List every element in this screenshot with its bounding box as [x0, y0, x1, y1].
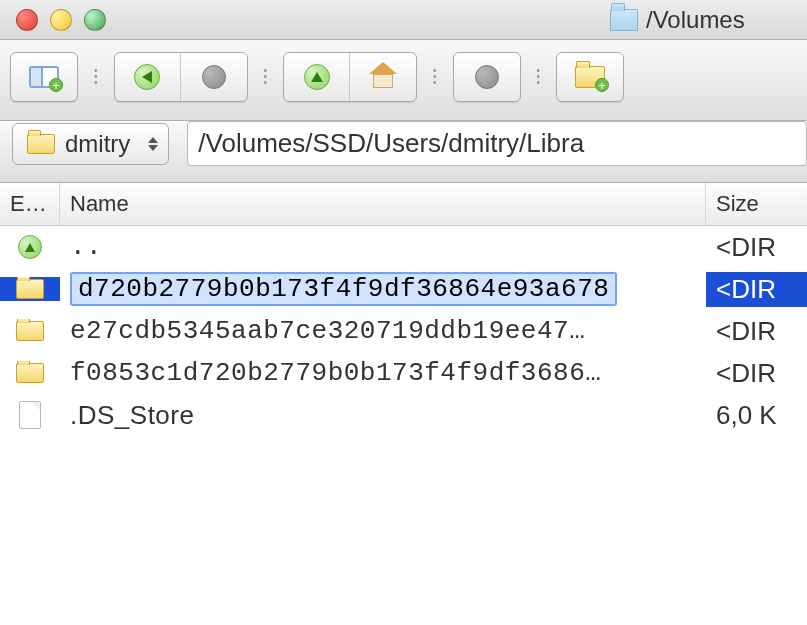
file-size: 6,0 K	[706, 398, 807, 433]
column-header-name[interactable]: Name	[60, 183, 706, 225]
nav-group	[114, 52, 248, 102]
new-panel-button[interactable]: +	[11, 53, 77, 101]
action-group	[453, 52, 521, 102]
column-headers: E… Name Size	[0, 183, 807, 226]
file-size: <DIR	[706, 272, 807, 307]
newfolder-group: +	[556, 52, 624, 102]
close-window-button[interactable]	[16, 9, 38, 31]
column-header-ext[interactable]: E…	[0, 183, 60, 225]
location-dropdown-label: dmitry	[65, 130, 130, 158]
go-up-button[interactable]	[284, 53, 350, 101]
window-title: /Volumes	[610, 0, 745, 39]
file-size: <DIR	[706, 314, 807, 349]
toolbar-separator-icon: •••	[94, 68, 98, 86]
folder-icon	[610, 9, 638, 31]
traffic-lights	[16, 9, 106, 31]
toolbar-separator-icon: •••	[537, 68, 541, 86]
file-name-edit[interactable]: d720b2779b0b173f4f9df36864e93a678	[70, 272, 617, 306]
file-list: E… Name Size .. <DIR d720b2779b0b173f4f9…	[0, 183, 807, 436]
path-input[interactable]: /Volumes/SSD/Users/dmitry/Libra	[187, 121, 807, 166]
updir-group	[283, 52, 417, 102]
disabled-dot-icon	[202, 65, 226, 89]
file-size: <DIR	[706, 230, 807, 265]
action-button[interactable]	[454, 53, 520, 101]
file-icon	[19, 401, 41, 429]
column-header-size[interactable]: Size	[706, 183, 807, 225]
folder-icon	[16, 321, 44, 341]
list-item[interactable]: e27cdb5345aab7ce320719ddb19ee47… <DIR	[0, 310, 807, 352]
toolbar-separator-icon: •••	[433, 68, 437, 86]
minimize-window-button[interactable]	[50, 9, 72, 31]
window-title-text: /Volumes	[646, 6, 745, 34]
location-bar: dmitry /Volumes/SSD/Users/dmitry/Libra	[0, 121, 807, 183]
folder-icon	[27, 134, 55, 154]
file-name: ..	[60, 230, 706, 264]
file-name: e27cdb5345aab7ce320719ddb19ee47…	[60, 314, 706, 348]
location-dropdown[interactable]: dmitry	[12, 123, 169, 165]
arrow-left-icon	[134, 64, 160, 90]
list-item[interactable]: d720b2779b0b173f4f9df36864e93a678 <DIR	[0, 268, 807, 310]
home-button[interactable]	[350, 53, 416, 101]
file-name: f0853c1d720b2779b0b173f4f9df3686…	[60, 356, 706, 390]
toolbar: + ••• ••• ••• ••• +	[0, 40, 807, 121]
zoom-window-button[interactable]	[84, 9, 106, 31]
disabled-dot-icon	[475, 65, 499, 89]
folder-add-icon: +	[575, 66, 605, 88]
list-item[interactable]: .DS_Store 6,0 K	[0, 394, 807, 436]
window-titlebar: /Volumes	[0, 0, 807, 40]
folder-icon	[16, 279, 44, 299]
file-name: .DS_Store	[60, 398, 706, 433]
panel-group: +	[10, 52, 78, 102]
list-item[interactable]: .. <DIR	[0, 226, 807, 268]
file-size: <DIR	[706, 356, 807, 391]
chevron-updown-icon	[148, 137, 158, 151]
arrow-up-icon	[304, 64, 330, 90]
panel-add-icon: +	[29, 66, 59, 88]
go-up-icon	[18, 235, 42, 259]
toolbar-separator-icon: •••	[264, 68, 268, 86]
new-folder-button[interactable]: +	[557, 53, 623, 101]
list-item[interactable]: f0853c1d720b2779b0b173f4f9df3686… <DIR	[0, 352, 807, 394]
home-icon	[369, 66, 397, 88]
folder-icon	[16, 363, 44, 383]
back-button[interactable]	[115, 53, 181, 101]
forward-button[interactable]	[181, 53, 247, 101]
